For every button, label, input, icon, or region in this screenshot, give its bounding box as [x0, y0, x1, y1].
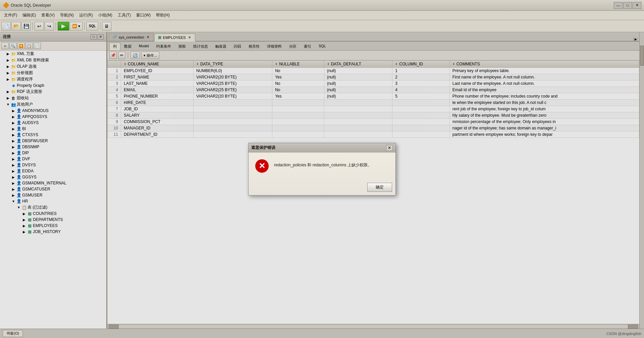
- modal-footer: 确定: [249, 179, 395, 195]
- modal-overlay: 遮盖保护错误 ✕ ✕ redaction_policies 和 redactio…: [0, 0, 644, 338]
- modal-close-button[interactable]: ✕: [386, 145, 393, 151]
- modal-body: ✕ redaction_policies 和 redaction_columns…: [249, 153, 395, 179]
- modal-error-icon: ✕: [255, 159, 269, 173]
- modal-ok-button[interactable]: 确定: [367, 183, 392, 192]
- modal-dialog: 遮盖保护错误 ✕ ✕ redaction_policies 和 redactio…: [248, 143, 396, 195]
- modal-title-bar: 遮盖保护错误 ✕: [249, 143, 395, 153]
- modal-message: redaction_policies 和 redaction_columns 上…: [274, 159, 389, 168]
- modal-title: 遮盖保护错误: [251, 145, 275, 151]
